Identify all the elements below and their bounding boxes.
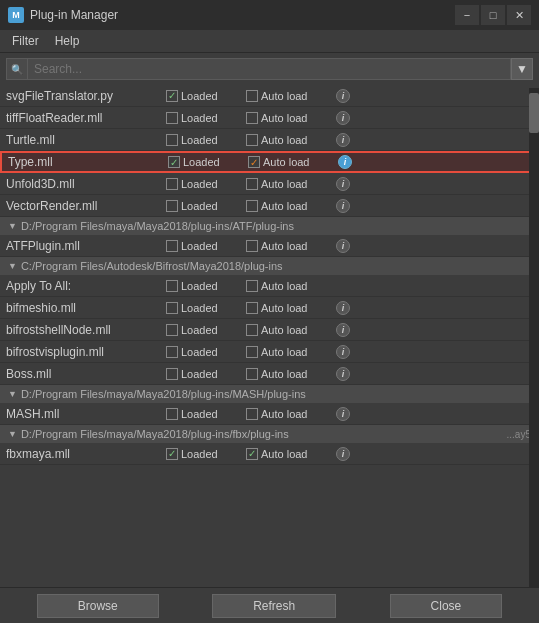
info-button[interactable]: i	[336, 133, 350, 147]
loaded-label: Loaded	[181, 324, 218, 336]
search-dropdown-button[interactable]: ▼	[511, 58, 533, 80]
plugin-row-fbxmaya: fbxmaya.mll ✓ Loaded ✓ Auto load i	[0, 443, 539, 465]
plugin-name: bifrostvisplugin.mll	[6, 345, 166, 359]
plugin-row-mash: MASH.mll Loaded Auto load i	[0, 403, 539, 425]
loaded-label: Loaded	[181, 90, 218, 102]
section-path: D:/Program Files/maya/Maya2018/plug-ins/…	[21, 220, 294, 232]
plugin-row-svgFileTranslator: svgFileTranslator.py ✓ Loaded Auto load …	[0, 85, 539, 107]
info-button[interactable]: i	[336, 447, 350, 461]
autoload-checkbox[interactable]	[246, 134, 258, 146]
scrollbar-thumb[interactable]	[529, 93, 539, 133]
section-path: D:/Program Files/maya/Maya2018/plug-ins/…	[21, 388, 306, 400]
plugin-row-bifrostshellnode: bifrostshellNode.mll Loaded Auto load i	[0, 319, 539, 341]
info-button[interactable]: i	[336, 345, 350, 359]
loaded-checkbox[interactable]	[166, 346, 178, 358]
info-button[interactable]: i	[336, 301, 350, 315]
loaded-checkbox[interactable]	[166, 280, 178, 292]
loaded-checkbox[interactable]	[166, 368, 178, 380]
plugin-name: Turtle.mll	[6, 133, 166, 147]
plugin-name: Boss.mll	[6, 367, 166, 381]
minimize-button[interactable]: −	[455, 5, 479, 25]
autoload-checkbox[interactable]	[246, 240, 258, 252]
loaded-label: Loaded	[181, 134, 218, 146]
autoload-label: Auto load	[261, 280, 307, 292]
info-button[interactable]: i	[336, 367, 350, 381]
autoload-checkbox[interactable]	[246, 200, 258, 212]
maximize-button[interactable]: □	[481, 5, 505, 25]
loaded-label: Loaded	[181, 408, 218, 420]
close-window-button[interactable]: Close	[390, 594, 503, 618]
autoload-label: Auto load	[261, 178, 307, 190]
autoload-checkbox[interactable]	[246, 346, 258, 358]
section-arrow-icon: ▼	[8, 429, 17, 439]
loaded-label: Loaded	[181, 240, 218, 252]
loaded-checkbox[interactable]	[166, 112, 178, 124]
autoload-checkbox[interactable]	[246, 280, 258, 292]
info-button[interactable]: i	[336, 199, 350, 213]
section-header-fbx[interactable]: ▼ D:/Program Files/maya/Maya2018/plug-in…	[0, 425, 539, 443]
autoload-checkbox[interactable]	[246, 112, 258, 124]
loaded-checkbox[interactable]: ✓	[168, 156, 180, 168]
autoload-checkbox[interactable]	[246, 90, 258, 102]
autoload-checkbox[interactable]	[246, 324, 258, 336]
plugin-name: Type.mll	[8, 155, 168, 169]
close-button[interactable]: ✕	[507, 5, 531, 25]
plugin-row-unfold3d: Unfold3D.mll Loaded Auto load i	[0, 173, 539, 195]
browse-button[interactable]: Browse	[37, 594, 159, 618]
loaded-label: Loaded	[181, 368, 218, 380]
section-header-bifrost[interactable]: ▼ C:/Program Files/Autodesk/Bifrost/Maya…	[0, 257, 539, 275]
app-icon: M	[8, 7, 24, 23]
plugin-row-turtle: Turtle.mll Loaded Auto load i	[0, 129, 539, 151]
loaded-checkbox[interactable]: ✓	[166, 448, 178, 460]
autoload-checkbox[interactable]	[246, 178, 258, 190]
scrollbar-track[interactable]	[529, 88, 539, 587]
autoload-checkbox[interactable]: ✓	[246, 448, 258, 460]
autoload-checkbox[interactable]	[246, 408, 258, 420]
autoload-label: Auto load	[261, 408, 307, 420]
autoload-checkbox[interactable]	[246, 368, 258, 380]
autoload-label: Auto load	[261, 240, 307, 252]
window-title: Plug-in Manager	[30, 8, 455, 22]
autoload-label: Auto load	[263, 156, 309, 168]
autoload-label: Auto load	[261, 134, 307, 146]
section-arrow-icon: ▼	[8, 221, 17, 231]
menu-help[interactable]: Help	[47, 32, 88, 50]
info-button[interactable]: i	[336, 89, 350, 103]
autoload-label: Auto load	[261, 346, 307, 358]
loaded-checkbox[interactable]	[166, 178, 178, 190]
info-button[interactable]: i	[336, 239, 350, 253]
loaded-label: Loaded	[181, 302, 218, 314]
autoload-label: Auto load	[261, 448, 307, 460]
loaded-checkbox[interactable]	[166, 324, 178, 336]
plugin-name: MASH.mll	[6, 407, 166, 421]
menu-filter[interactable]: Filter	[4, 32, 47, 50]
plugin-name: Apply To All:	[6, 279, 166, 293]
plugin-name: bifmeshio.mll	[6, 301, 166, 315]
section-header-mash[interactable]: ▼ D:/Program Files/maya/Maya2018/plug-in…	[0, 385, 539, 403]
section-extra: ...ay5	[507, 429, 531, 440]
loaded-checkbox[interactable]	[166, 200, 178, 212]
autoload-checkbox[interactable]	[246, 302, 258, 314]
section-header-atf[interactable]: ▼ D:/Program Files/maya/Maya2018/plug-in…	[0, 217, 539, 235]
loaded-checkbox[interactable]	[166, 240, 178, 252]
menu-bar: Filter Help	[0, 30, 539, 53]
loaded-checkbox[interactable]	[166, 302, 178, 314]
info-button[interactable]: i	[336, 177, 350, 191]
info-button[interactable]: i	[336, 111, 350, 125]
info-button[interactable]: i	[336, 407, 350, 421]
refresh-button[interactable]: Refresh	[212, 594, 336, 618]
info-button[interactable]: i	[336, 323, 350, 337]
autoload-label: Auto load	[261, 112, 307, 124]
loaded-checkbox[interactable]	[166, 408, 178, 420]
loaded-checkbox[interactable]: ✓	[166, 90, 178, 102]
autoload-label: Auto load	[261, 302, 307, 314]
section-arrow-icon: ▼	[8, 261, 17, 271]
search-input[interactable]	[28, 58, 511, 80]
autoload-label: Auto load	[261, 324, 307, 336]
plugin-row-boss: Boss.mll Loaded Auto load i	[0, 363, 539, 385]
info-button[interactable]: i	[338, 155, 352, 169]
loaded-label: Loaded	[181, 346, 218, 358]
autoload-checkbox[interactable]: ✓	[248, 156, 260, 168]
loaded-checkbox[interactable]	[166, 134, 178, 146]
loaded-label: Loaded	[181, 178, 218, 190]
